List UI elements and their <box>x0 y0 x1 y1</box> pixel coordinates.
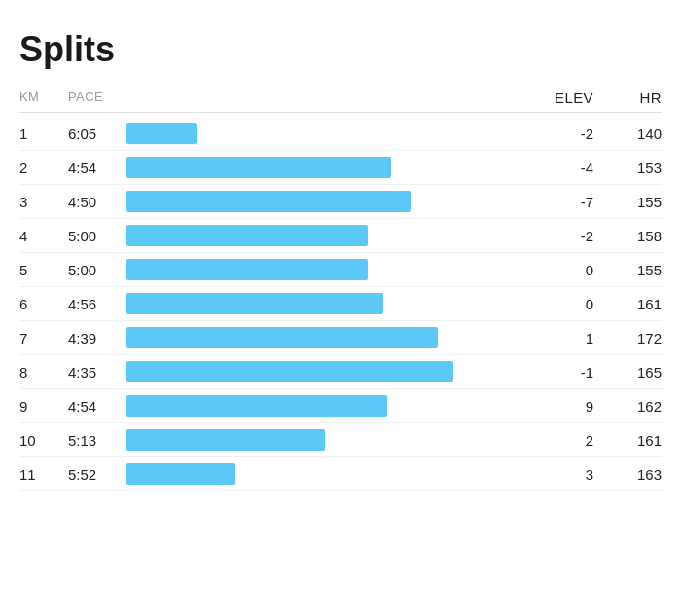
cell-bar <box>126 327 525 348</box>
cell-bar <box>126 293 525 314</box>
cell-bar <box>126 395 525 417</box>
header-hr: HR <box>603 90 662 106</box>
cell-pace: 4:39 <box>68 330 126 346</box>
cell-km: 8 <box>19 364 68 380</box>
cell-bar <box>126 123 525 144</box>
table-row: 7 4:39 1 172 <box>19 321 662 355</box>
bar-fill <box>126 225 368 246</box>
cell-hr: 161 <box>603 432 662 449</box>
cell-bar <box>126 463 525 485</box>
cell-pace: 6:05 <box>68 126 126 142</box>
cell-km: 4 <box>19 228 68 244</box>
cell-hr: 163 <box>603 466 662 483</box>
splits-table: 1 6:05 -2 140 2 4:54 -4 153 3 4:50 -7 15… <box>19 117 662 491</box>
cell-elev: 0 <box>525 296 603 312</box>
table-row: 2 4:54 -4 153 <box>19 151 662 185</box>
header-pace: PACE <box>68 90 126 106</box>
table-row: 6 4:56 0 161 <box>19 287 662 321</box>
cell-km: 10 <box>19 432 68 449</box>
cell-km: 7 <box>19 330 68 346</box>
cell-km: 2 <box>19 160 68 176</box>
cell-elev: -2 <box>525 228 603 244</box>
cell-pace: 5:52 <box>68 466 126 483</box>
cell-km: 5 <box>19 262 68 278</box>
cell-hr: 161 <box>603 296 662 312</box>
cell-elev: 0 <box>525 262 603 278</box>
cell-bar <box>126 191 525 212</box>
cell-hr: 158 <box>603 228 662 244</box>
cell-hr: 155 <box>603 194 662 210</box>
bar-fill <box>126 157 391 178</box>
cell-elev: 2 <box>525 432 603 449</box>
bar-fill <box>126 259 368 280</box>
cell-bar <box>126 429 525 451</box>
table-row: 4 5:00 -2 158 <box>19 219 662 253</box>
cell-km: 3 <box>19 194 68 210</box>
cell-pace: 4:54 <box>68 398 126 415</box>
cell-pace: 4:35 <box>68 364 126 380</box>
table-header: KM PACE ELEV HR <box>19 90 662 113</box>
header-elev: ELEV <box>525 90 603 106</box>
cell-pace: 5:00 <box>68 228 126 244</box>
cell-hr: 140 <box>603 126 662 142</box>
bar-fill <box>126 361 453 382</box>
table-row: 3 4:50 -7 155 <box>19 185 662 219</box>
cell-elev: 3 <box>525 466 603 483</box>
cell-elev: 1 <box>525 330 603 346</box>
cell-hr: 172 <box>603 330 662 346</box>
cell-km: 11 <box>19 466 68 483</box>
cell-bar <box>126 361 525 382</box>
cell-km: 1 <box>19 126 68 142</box>
table-row: 1 6:05 -2 140 <box>19 117 662 151</box>
cell-pace: 4:54 <box>68 160 126 176</box>
cell-bar <box>126 157 525 178</box>
cell-elev: 9 <box>525 398 603 415</box>
cell-km: 6 <box>19 296 68 312</box>
table-row: 11 5:52 3 163 <box>19 457 662 491</box>
cell-km: 9 <box>19 398 68 415</box>
cell-pace: 4:50 <box>68 194 126 210</box>
cell-elev: -2 <box>525 126 603 142</box>
cell-hr: 155 <box>603 262 662 278</box>
bar-fill <box>126 395 387 417</box>
bar-fill <box>126 463 235 485</box>
cell-elev: -7 <box>525 194 603 210</box>
header-bar-spacer <box>126 90 525 106</box>
table-row: 5 5:00 0 155 <box>19 253 662 287</box>
cell-pace: 4:56 <box>68 296 126 312</box>
header-km: KM <box>19 90 68 106</box>
bar-fill <box>126 327 438 348</box>
table-row: 10 5:13 2 161 <box>19 423 662 457</box>
cell-hr: 153 <box>603 160 662 176</box>
cell-bar <box>126 259 525 280</box>
bar-fill <box>126 191 411 212</box>
cell-hr: 165 <box>603 364 662 380</box>
bar-fill <box>126 123 197 144</box>
cell-bar <box>126 225 525 246</box>
bar-fill <box>126 293 383 314</box>
page-title: Splits <box>19 29 662 70</box>
table-row: 8 4:35 -1 165 <box>19 355 662 389</box>
cell-pace: 5:00 <box>68 262 126 278</box>
table-row: 9 4:54 9 162 <box>19 389 662 423</box>
cell-pace: 5:13 <box>68 432 126 449</box>
cell-hr: 162 <box>603 398 662 415</box>
bar-fill <box>126 429 325 451</box>
cell-elev: -1 <box>525 364 603 380</box>
cell-elev: -4 <box>525 160 603 176</box>
